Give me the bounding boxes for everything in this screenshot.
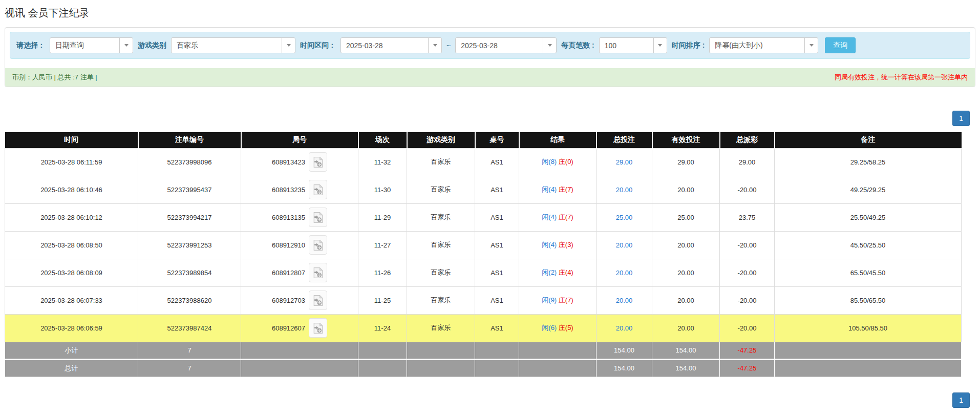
summary-label: 总计 — [5, 359, 138, 377]
chevron-down-icon[interactable] — [653, 38, 667, 53]
filter-panel: 请选择： 日期查询 游戏类别 百家乐 时间区间： 2025-03-28 ~ 20… — [5, 27, 975, 87]
cell-session: 11-27 — [358, 231, 407, 259]
total-bet-link[interactable]: 20.00 — [616, 324, 633, 332]
round-id-text: 608912703 — [272, 297, 305, 304]
cell-table-no: AS1 — [475, 148, 519, 176]
cell-table-no: AS1 — [475, 176, 519, 203]
time-sort-label: 时间排序 : — [672, 41, 705, 50]
cell-result: 闲(4) 庄(7) — [519, 176, 596, 203]
cell-game-category: 百家乐 — [407, 176, 475, 203]
pagination-page-1[interactable]: 1 — [952, 111, 970, 126]
cell-game-category: 百家乐 — [407, 203, 475, 231]
time-sort-select[interactable]: 降幂(由大到小) — [709, 37, 818, 53]
total-bet-link[interactable]: 20.00 — [616, 297, 633, 304]
result-banker: 庄(5) — [559, 324, 573, 332]
round-id-text: 608913235 — [272, 186, 305, 194]
result-banker: 庄(7) — [559, 296, 573, 304]
summary-valid-bet: 154.00 — [652, 342, 720, 359]
query-type-select[interactable]: 日期查询 — [50, 37, 133, 53]
video-replay-button[interactable] — [309, 180, 327, 199]
cell-round-id: 608912607 — [241, 314, 358, 342]
summary-empty-cell — [241, 359, 358, 377]
cell-round-id: 608913135 — [241, 203, 358, 231]
chevron-down-icon[interactable] — [428, 38, 441, 53]
column-header-5: 桌号 — [475, 132, 519, 148]
chevron-down-icon[interactable] — [119, 38, 133, 53]
video-replay-button[interactable] — [309, 152, 327, 172]
cell-time: 2025-03-28 06:08:09 — [5, 259, 138, 286]
cell-total-bet: 20.00 — [596, 231, 652, 259]
table-row: 2025-03-28 06:07:33522373988620608912703… — [5, 286, 962, 314]
summary-total-bet: 154.00 — [596, 359, 652, 377]
table-row: 2025-03-28 06:06:59522373987424608912607… — [5, 314, 962, 342]
cell-remark: 29.25/58.25 — [775, 148, 962, 176]
round-id-text: 608912607 — [272, 324, 305, 332]
summary-empty-cell — [358, 359, 407, 377]
cell-time: 2025-03-28 06:10:46 — [5, 176, 138, 203]
cell-payout: -20.00 — [720, 176, 775, 203]
cell-total-bet: 20.00 — [596, 286, 652, 314]
total-bet-link[interactable]: 25.00 — [616, 214, 633, 221]
pagination-page-1[interactable]: 1 — [952, 392, 970, 408]
cell-result: 闲(8) 庄(0) — [519, 148, 596, 176]
table-row: 2025-03-28 06:08:09522373989854608912807… — [5, 259, 962, 286]
video-file-icon — [313, 184, 323, 196]
video-replay-button[interactable] — [309, 318, 327, 338]
cell-table-no: AS1 — [475, 259, 519, 286]
filter-bar: 请选择： 日期查询 游戏类别 百家乐 时间区间： 2025-03-28 ~ 20… — [10, 32, 970, 59]
video-file-icon — [313, 212, 323, 223]
column-header-8: 有效投注 — [652, 132, 720, 148]
cell-bet-id: 522373994217 — [138, 203, 241, 231]
cell-remark: 49.25/29.25 — [775, 176, 962, 203]
search-button[interactable]: 查询 — [825, 37, 856, 53]
cell-time: 2025-03-28 06:07:33 — [5, 286, 138, 314]
column-header-7: 总投注 — [596, 132, 652, 148]
table-header: 时间注单编号局号场次游戏类别桌号结果总投注有效投注总派彩备注 — [5, 132, 962, 148]
cell-time: 2025-03-28 06:11:59 — [5, 148, 138, 176]
cell-bet-id: 522373989854 — [138, 259, 241, 286]
cell-bet-id: 522373995437 — [138, 176, 241, 203]
video-replay-button[interactable] — [309, 263, 327, 282]
cell-remark: 105.50/85.50 — [775, 314, 962, 342]
summary-empty-cell — [407, 359, 475, 377]
chevron-down-icon[interactable] — [543, 38, 556, 53]
cell-session: 11-29 — [358, 203, 407, 231]
date-to-picker[interactable]: 2025-03-28 — [455, 37, 557, 53]
cell-total-bet: 29.00 — [596, 148, 652, 176]
cell-table-no: AS1 — [475, 314, 519, 342]
chevron-down-icon[interactable] — [282, 38, 295, 53]
cell-table-no: AS1 — [475, 203, 519, 231]
column-header-3: 场次 — [358, 132, 407, 148]
total-bet-link[interactable]: 20.00 — [616, 269, 633, 277]
summary-payout: -47.25 — [720, 342, 775, 359]
table-row: 2025-03-28 06:11:59522373998096608913423… — [5, 148, 962, 176]
total-bet-link[interactable]: 20.00 — [616, 241, 633, 249]
cell-session: 11-32 — [358, 148, 407, 176]
cell-bet-id: 522373998096 — [138, 148, 241, 176]
video-replay-button[interactable] — [309, 291, 327, 310]
result-player: 闲(2) — [542, 268, 557, 276]
date-from-picker[interactable]: 2025-03-28 — [340, 37, 442, 53]
video-replay-button[interactable] — [309, 208, 327, 227]
cell-session: 11-26 — [358, 259, 407, 286]
video-replay-button[interactable] — [309, 235, 327, 255]
summary-label: 小计 — [5, 342, 138, 359]
same-round-note: 同局有效投注，统一计算在该局第一张注单内 — [835, 73, 968, 82]
summary-empty-cell — [407, 342, 475, 359]
video-file-icon — [313, 322, 323, 334]
round-id-text: 608912910 — [272, 241, 305, 249]
game-category-select[interactable]: 百家乐 — [171, 37, 295, 53]
cell-payout: 29.00 — [720, 148, 775, 176]
date-from-value: 2025-03-28 — [341, 38, 428, 53]
total-bet-link[interactable]: 29.00 — [616, 158, 633, 166]
chevron-down-icon[interactable] — [804, 38, 818, 53]
video-file-icon — [313, 156, 323, 168]
result-player: 闲(6) — [542, 324, 557, 332]
summary-remark — [775, 359, 962, 377]
page-size-select[interactable]: 100 — [599, 37, 667, 53]
summary-count: 7 — [138, 342, 241, 359]
pagination-top: 1 — [5, 111, 975, 126]
total-bet-link[interactable]: 20.00 — [616, 186, 633, 194]
cell-table-no: AS1 — [475, 286, 519, 314]
cell-game-category: 百家乐 — [407, 231, 475, 259]
